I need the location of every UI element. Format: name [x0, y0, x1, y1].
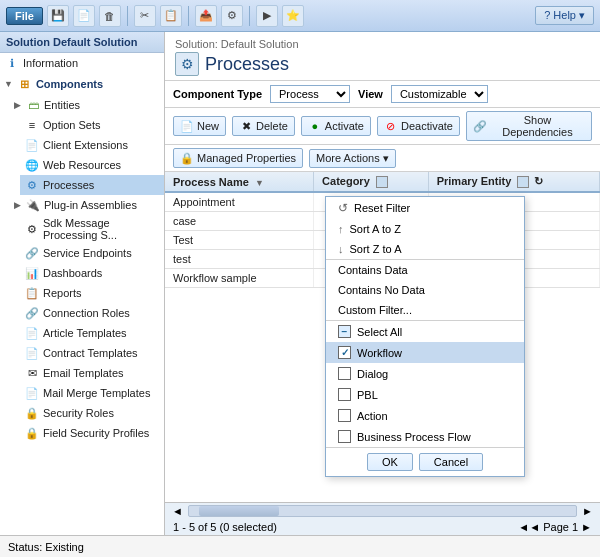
- process-name-cell: Workflow sample: [165, 269, 314, 288]
- sidebar-item-label: Components: [36, 78, 103, 90]
- securityroles-icon: 🔒: [24, 405, 40, 421]
- components-icon: ⊞: [17, 76, 33, 92]
- new-label: New: [197, 120, 219, 132]
- filter-dialog[interactable]: Dialog: [326, 363, 524, 384]
- filter-cancel-button[interactable]: Cancel: [419, 453, 483, 471]
- managed-props-button[interactable]: 🔒 Managed Properties: [173, 148, 303, 168]
- filter-bpf[interactable]: Business Process Flow: [326, 426, 524, 447]
- scroll-right-button[interactable]: ►: [579, 505, 596, 517]
- content-area: Solution: Default Solution ⚙ Processes C…: [165, 32, 600, 535]
- view-select[interactable]: Customizable: [391, 85, 488, 103]
- sidebar-item-label: Field Security Profiles: [43, 427, 149, 439]
- category-filter-icon[interactable]: [376, 176, 388, 188]
- toolbar-publish-icon[interactable]: 📤: [195, 5, 217, 27]
- toolbar-new-icon[interactable]: 📄: [73, 5, 95, 27]
- filter-ok-button[interactable]: OK: [367, 453, 413, 471]
- filter-pbl[interactable]: PBL: [326, 384, 524, 405]
- bpf-checkbox[interactable]: [338, 430, 351, 443]
- scroll-left-button[interactable]: ◄: [169, 505, 186, 517]
- filter-reset[interactable]: ↺ Reset Filter: [326, 197, 524, 219]
- filter-workflow[interactable]: Workflow: [326, 342, 524, 363]
- activate-button[interactable]: ● Activate: [301, 116, 371, 136]
- toolbar-copy-icon[interactable]: 📋: [160, 5, 182, 27]
- filter-contains-data[interactable]: Contains Data: [326, 260, 524, 280]
- filter-custom[interactable]: Custom Filter...: [326, 300, 524, 320]
- col-primary-entity[interactable]: Primary Entity ↻: [428, 172, 599, 192]
- sidebar-item-emailtemplates[interactable]: ✉ Email Templates: [20, 363, 164, 383]
- filter-sort-az[interactable]: ↑ Sort A to Z: [326, 219, 524, 239]
- filter-sort-az-label: Sort A to Z: [350, 223, 401, 235]
- filter-action[interactable]: Action: [326, 405, 524, 426]
- filter-dialog-label: Dialog: [357, 368, 388, 380]
- sidebar-item-reports[interactable]: 📋 Reports: [20, 283, 164, 303]
- col-category[interactable]: Category: [314, 172, 429, 192]
- sidebar-item-sdkmessage[interactable]: ⚙ Sdk Message Processing S...: [20, 215, 164, 243]
- workflow-checkbox[interactable]: [338, 346, 351, 359]
- new-button[interactable]: 📄 New: [173, 116, 226, 136]
- select-all-checkbox[interactable]: [338, 325, 351, 338]
- sidebar-item-entities[interactable]: ▶ 🗃 Entities: [10, 95, 164, 115]
- filter-select-all[interactable]: Select All: [326, 321, 524, 342]
- col-process-name[interactable]: Process Name ▼: [165, 172, 314, 192]
- sidebar-item-connectionroles[interactable]: 🔗 Connection Roles: [20, 303, 164, 323]
- filter-sort-za[interactable]: ↓ Sort Z to A: [326, 239, 524, 259]
- help-button[interactable]: ? Help ▾: [535, 6, 594, 25]
- status-bar: Status: Existing: [0, 535, 600, 557]
- toolbar-delete-icon[interactable]: 🗑: [99, 5, 121, 27]
- scroll-pagination-bar: ◄ ► 1 - 5 of 5 (0 selected) ◄◄ Page 1 ►: [165, 502, 600, 535]
- filter-contains-no-data[interactable]: Contains No Data: [326, 280, 524, 300]
- filter-sort-za-label: Sort Z to A: [350, 243, 402, 255]
- dialog-checkbox[interactable]: [338, 367, 351, 380]
- reset-icon: ↺: [338, 201, 348, 215]
- table-container: Process Name ▼ Category Primary Entity ↻: [165, 172, 600, 502]
- deactivate-button[interactable]: ⊘ Deactivate: [377, 116, 460, 136]
- sidebar-item-label: Dashboards: [43, 267, 102, 279]
- toolbar-sep-3: [249, 6, 250, 26]
- sidebar-item-label: Article Templates: [43, 327, 127, 339]
- sidebar-item-fieldsecurity[interactable]: 🔒 Field Security Profiles: [20, 423, 164, 443]
- sidebar-item-pluginassemblies[interactable]: ▶ 🔌 Plug-in Assemblies: [10, 195, 164, 215]
- sidebar-item-serviceendpoints[interactable]: 🔗 Service Endpoints: [20, 243, 164, 263]
- sidebar-item-optionsets[interactable]: ≡ Option Sets: [20, 115, 164, 135]
- more-actions-button[interactable]: More Actions ▾: [309, 149, 396, 168]
- sidebar-item-label: Client Extensions: [43, 139, 128, 151]
- sidebar-item-contracttemplates[interactable]: 📄 Contract Templates: [20, 343, 164, 363]
- scroll-track[interactable]: [188, 505, 577, 517]
- toolbar-save-icon[interactable]: 💾: [47, 5, 69, 27]
- sidebar-item-dashboards[interactable]: 📊 Dashboards: [20, 263, 164, 283]
- sidebar-item-clientext[interactable]: 📄 Client Extensions: [20, 135, 164, 155]
- show-deps-button[interactable]: 🔗 Show Dependencies: [466, 111, 592, 141]
- expand-arrow-plugin: ▶: [14, 200, 21, 210]
- expand-arrow-entities: ▶: [14, 100, 21, 110]
- refresh-icon[interactable]: ↻: [534, 175, 543, 187]
- page-title: Processes: [205, 54, 289, 75]
- sidebar-item-mailmergetemplates[interactable]: 📄 Mail Merge Templates: [20, 383, 164, 403]
- sort-za-icon: ↓: [338, 243, 344, 255]
- toolbar-star-icon[interactable]: ⭐: [282, 5, 304, 27]
- process-name-cell: case: [165, 212, 314, 231]
- sidebar-item-label: Connection Roles: [43, 307, 130, 319]
- page-title-row: ⚙ Processes: [175, 52, 590, 76]
- sidebar-item-securityroles[interactable]: 🔒 Security Roles: [20, 403, 164, 423]
- entity-filter-icon[interactable]: [517, 176, 529, 188]
- toolbar-settings-icon[interactable]: ⚙: [221, 5, 243, 27]
- file-button[interactable]: File: [6, 7, 43, 25]
- sidebar-item-articletemplates[interactable]: 📄 Article Templates: [20, 323, 164, 343]
- connectionroles-icon: 🔗: [24, 305, 40, 321]
- sidebar-item-components[interactable]: ▼ ⊞ Components: [0, 73, 164, 95]
- sidebar-item-processes[interactable]: ⚙ Processes: [20, 175, 164, 195]
- pbl-checkbox[interactable]: [338, 388, 351, 401]
- pagination-nav[interactable]: ◄◄ Page 1 ►: [518, 521, 592, 533]
- sidebar-item-webresources[interactable]: 🌐 Web Resources: [20, 155, 164, 175]
- sidebar-item-information[interactable]: ℹ Information: [0, 53, 164, 73]
- filter-contains-no-data-label: Contains No Data: [338, 284, 425, 296]
- page-title-icon: ⚙: [175, 52, 199, 76]
- top-toolbar: File 💾 📄 🗑 ✂ 📋 📤 ⚙ ▶ ⭐ ? Help ▾: [0, 0, 600, 32]
- toolbar-cut-icon[interactable]: ✂: [134, 5, 156, 27]
- component-type-select[interactable]: Process: [270, 85, 350, 103]
- filter-pbl-label: PBL: [357, 389, 378, 401]
- action-checkbox[interactable]: [338, 409, 351, 422]
- delete-button[interactable]: ✖ Delete: [232, 116, 295, 136]
- toolbar-run-icon[interactable]: ▶: [256, 5, 278, 27]
- pagination-row: 1 - 5 of 5 (0 selected) ◄◄ Page 1 ►: [165, 519, 600, 535]
